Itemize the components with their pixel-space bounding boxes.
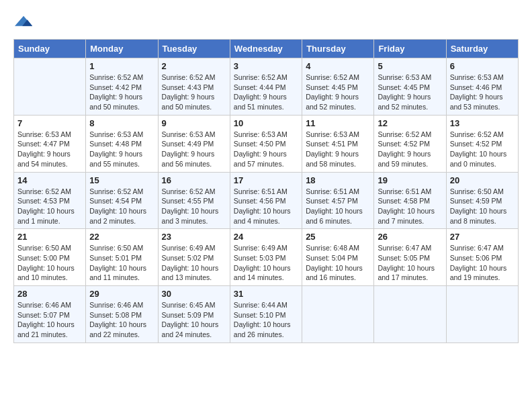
day-cell: 19Sunrise: 6:51 AM Sunset: 4:58 PM Dayli… [374, 172, 446, 229]
day-info: Sunrise: 6:52 AM Sunset: 4:43 PM Dayligh… [162, 73, 226, 112]
header [13, 13, 519, 32]
day-info: Sunrise: 6:53 AM Sunset: 4:50 PM Dayligh… [234, 130, 298, 169]
day-cell: 23Sunrise: 6:49 AM Sunset: 5:02 PM Dayli… [158, 229, 230, 286]
day-cell: 3Sunrise: 6:52 AM Sunset: 4:44 PM Daylig… [230, 58, 302, 116]
day-cell: 9Sunrise: 6:53 AM Sunset: 4:49 PM Daylig… [158, 115, 230, 172]
day-cell: 7Sunrise: 6:53 AM Sunset: 4:47 PM Daylig… [14, 115, 86, 172]
day-cell [14, 58, 86, 116]
day-number: 17 [234, 175, 298, 185]
day-cell: 20Sunrise: 6:50 AM Sunset: 4:59 PM Dayli… [446, 172, 518, 229]
day-info: Sunrise: 6:52 AM Sunset: 4:52 PM Dayligh… [378, 130, 442, 169]
day-number: 19 [378, 175, 442, 185]
day-cell: 11Sunrise: 6:53 AM Sunset: 4:51 PM Dayli… [302, 115, 374, 172]
day-cell: 28Sunrise: 6:46 AM Sunset: 5:07 PM Dayli… [14, 286, 86, 343]
day-number: 12 [378, 118, 442, 128]
day-cell: 26Sunrise: 6:47 AM Sunset: 5:05 PM Dayli… [374, 229, 446, 286]
day-info: Sunrise: 6:51 AM Sunset: 4:57 PM Dayligh… [306, 187, 370, 226]
weekday-header-monday: Monday [86, 40, 158, 58]
day-number: 29 [89, 289, 154, 299]
day-info: Sunrise: 6:52 AM Sunset: 4:53 PM Dayligh… [17, 187, 82, 226]
day-cell: 24Sunrise: 6:49 AM Sunset: 5:03 PM Dayli… [230, 229, 302, 286]
day-number: 21 [17, 232, 82, 242]
day-cell: 21Sunrise: 6:50 AM Sunset: 5:00 PM Dayli… [14, 229, 86, 286]
day-number: 22 [89, 232, 154, 242]
day-number: 11 [306, 118, 370, 128]
day-number: 1 [89, 61, 154, 71]
day-number: 9 [162, 118, 226, 128]
day-cell: 15Sunrise: 6:52 AM Sunset: 4:54 PM Dayli… [86, 172, 158, 229]
day-info: Sunrise: 6:52 AM Sunset: 4:52 PM Dayligh… [450, 130, 515, 169]
day-info: Sunrise: 6:53 AM Sunset: 4:49 PM Dayligh… [162, 130, 226, 169]
day-cell: 5Sunrise: 6:53 AM Sunset: 4:45 PM Daylig… [374, 58, 446, 116]
logo-icon [15, 13, 34, 32]
day-info: Sunrise: 6:50 AM Sunset: 5:00 PM Dayligh… [17, 243, 82, 283]
calendar-table: SundayMondayTuesdayWednesdayThursdayFrid… [13, 39, 519, 343]
day-number: 2 [162, 61, 226, 71]
week-row-2: 7Sunrise: 6:53 AM Sunset: 4:47 PM Daylig… [14, 115, 519, 172]
day-cell: 4Sunrise: 6:52 AM Sunset: 4:45 PM Daylig… [302, 58, 374, 116]
day-info: Sunrise: 6:52 AM Sunset: 4:45 PM Dayligh… [306, 73, 370, 112]
day-number: 13 [450, 118, 515, 128]
day-info: Sunrise: 6:50 AM Sunset: 5:01 PM Dayligh… [89, 243, 154, 283]
day-number: 6 [450, 61, 515, 71]
day-info: Sunrise: 6:53 AM Sunset: 4:47 PM Dayligh… [17, 130, 82, 169]
day-cell: 22Sunrise: 6:50 AM Sunset: 5:01 PM Dayli… [86, 229, 158, 286]
day-info: Sunrise: 6:52 AM Sunset: 4:42 PM Dayligh… [89, 73, 154, 112]
day-info: Sunrise: 6:47 AM Sunset: 5:06 PM Dayligh… [450, 243, 515, 283]
day-number: 23 [162, 232, 226, 242]
day-cell: 25Sunrise: 6:48 AM Sunset: 5:04 PM Dayli… [302, 229, 374, 286]
day-info: Sunrise: 6:53 AM Sunset: 4:45 PM Dayligh… [378, 73, 442, 112]
day-cell: 30Sunrise: 6:45 AM Sunset: 5:09 PM Dayli… [158, 286, 230, 343]
day-info: Sunrise: 6:44 AM Sunset: 5:10 PM Dayligh… [234, 300, 298, 340]
day-number: 28 [17, 289, 82, 299]
day-info: Sunrise: 6:48 AM Sunset: 5:04 PM Dayligh… [306, 243, 370, 283]
week-row-4: 21Sunrise: 6:50 AM Sunset: 5:00 PM Dayli… [14, 229, 519, 286]
weekday-header-friday: Friday [374, 40, 446, 58]
day-info: Sunrise: 6:52 AM Sunset: 4:55 PM Dayligh… [162, 187, 226, 226]
week-row-1: 1Sunrise: 6:52 AM Sunset: 4:42 PM Daylig… [14, 58, 519, 116]
week-row-5: 28Sunrise: 6:46 AM Sunset: 5:07 PM Dayli… [14, 286, 519, 343]
day-number: 14 [17, 175, 82, 185]
day-info: Sunrise: 6:50 AM Sunset: 4:59 PM Dayligh… [450, 187, 515, 226]
day-info: Sunrise: 6:49 AM Sunset: 5:03 PM Dayligh… [234, 243, 298, 283]
day-cell: 14Sunrise: 6:52 AM Sunset: 4:53 PM Dayli… [14, 172, 86, 229]
day-info: Sunrise: 6:49 AM Sunset: 5:02 PM Dayligh… [162, 243, 226, 283]
day-cell: 1Sunrise: 6:52 AM Sunset: 4:42 PM Daylig… [86, 58, 158, 116]
day-cell [302, 286, 374, 343]
day-info: Sunrise: 6:53 AM Sunset: 4:51 PM Dayligh… [306, 130, 370, 169]
day-number: 26 [378, 232, 442, 242]
day-number: 4 [306, 61, 370, 71]
day-number: 30 [162, 289, 226, 299]
day-number: 20 [450, 175, 515, 185]
weekday-header-tuesday: Tuesday [158, 40, 230, 58]
day-cell: 31Sunrise: 6:44 AM Sunset: 5:10 PM Dayli… [230, 286, 302, 343]
day-info: Sunrise: 6:53 AM Sunset: 4:48 PM Dayligh… [89, 130, 154, 169]
day-number: 25 [306, 232, 370, 242]
day-info: Sunrise: 6:52 AM Sunset: 4:54 PM Dayligh… [89, 187, 154, 226]
day-cell: 29Sunrise: 6:46 AM Sunset: 5:08 PM Dayli… [86, 286, 158, 343]
day-cell: 12Sunrise: 6:52 AM Sunset: 4:52 PM Dayli… [374, 115, 446, 172]
day-number: 24 [234, 232, 298, 242]
day-cell [374, 286, 446, 343]
day-number: 18 [306, 175, 370, 185]
day-cell: 18Sunrise: 6:51 AM Sunset: 4:57 PM Dayli… [302, 172, 374, 229]
weekday-header-wednesday: Wednesday [230, 40, 302, 58]
day-number: 5 [378, 61, 442, 71]
day-cell: 17Sunrise: 6:51 AM Sunset: 4:56 PM Dayli… [230, 172, 302, 229]
day-number: 16 [162, 175, 226, 185]
day-cell: 6Sunrise: 6:53 AM Sunset: 4:46 PM Daylig… [446, 58, 518, 116]
weekday-header-saturday: Saturday [446, 40, 518, 58]
day-info: Sunrise: 6:45 AM Sunset: 5:09 PM Dayligh… [162, 300, 226, 340]
weekday-header-row: SundayMondayTuesdayWednesdayThursdayFrid… [14, 40, 519, 58]
day-cell: 16Sunrise: 6:52 AM Sunset: 4:55 PM Dayli… [158, 172, 230, 229]
day-number: 3 [234, 61, 298, 71]
day-number: 31 [234, 289, 298, 299]
day-info: Sunrise: 6:53 AM Sunset: 4:46 PM Dayligh… [450, 73, 515, 112]
week-row-3: 14Sunrise: 6:52 AM Sunset: 4:53 PM Dayli… [14, 172, 519, 229]
day-cell: 8Sunrise: 6:53 AM Sunset: 4:48 PM Daylig… [86, 115, 158, 172]
day-info: Sunrise: 6:47 AM Sunset: 5:05 PM Dayligh… [378, 243, 442, 283]
day-number: 15 [89, 175, 154, 185]
day-number: 7 [17, 118, 82, 128]
day-info: Sunrise: 6:51 AM Sunset: 4:58 PM Dayligh… [378, 187, 442, 226]
day-info: Sunrise: 6:52 AM Sunset: 4:44 PM Dayligh… [234, 73, 298, 112]
